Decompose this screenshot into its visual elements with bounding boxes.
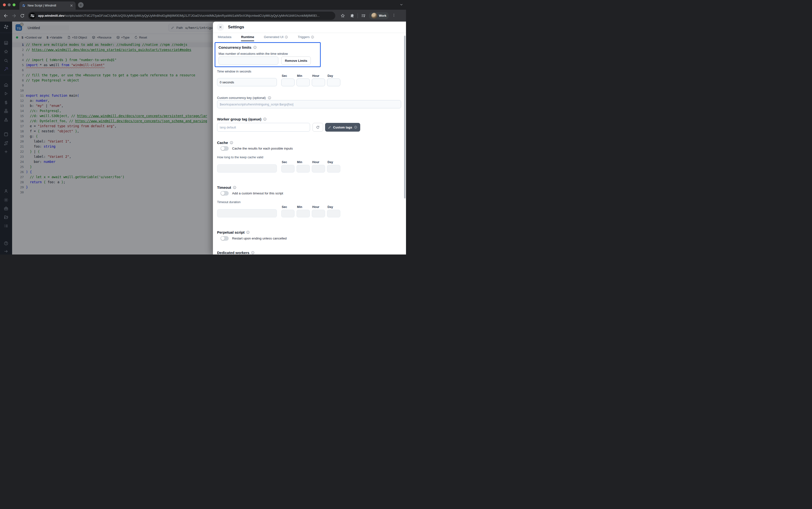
unit-label: Min: [296, 74, 310, 77]
cache-duration-label: How long to the keep cache valid: [217, 156, 263, 159]
unit-label: Day: [327, 205, 340, 209]
address-bar[interactable]: app.windmill.dev/scripts/add#JTdCJTIyaGF…: [28, 12, 335, 20]
tab-metadata[interactable]: Metadata: [218, 33, 231, 41]
custom-concurrency-key-input[interactable]: [217, 100, 401, 108]
custom-tags-button[interactable]: Custom tags: [325, 123, 360, 132]
reload-icon[interactable]: [20, 13, 25, 18]
timeout-heading: Timeout: [217, 185, 236, 190]
unit-input-hour: [312, 165, 325, 173]
timeout-duration-units: SecMinHourDay: [217, 205, 342, 217]
bookmark-star-icon[interactable]: [340, 13, 345, 18]
info-icon[interactable]: [268, 96, 271, 100]
refresh-icon: [316, 125, 320, 129]
unit-label: Hour: [312, 161, 325, 164]
minimize-window-button[interactable]: [8, 3, 11, 6]
browser-chrome: New Script | Windmill + app.windmill.dev…: [0, 0, 406, 22]
settings-tabs: MetadataRuntimeGenerated UITriggers: [213, 33, 406, 41]
tab-close-icon[interactable]: [70, 4, 73, 7]
new-tab-button[interactable]: +: [78, 2, 83, 8]
site-settings-icon[interactable]: [29, 12, 36, 19]
timeout-duration-label: Timeout duration: [217, 200, 241, 204]
profile-label: Work: [379, 14, 386, 18]
tab-strip: New Script | Windmill +: [0, 0, 406, 10]
url-path: /scripts/add#JTdCJTIyaGFzaCUyMiUzQSUyMiU…: [65, 14, 320, 18]
tab-runtime[interactable]: Runtime: [241, 33, 254, 41]
info-icon[interactable]: [253, 45, 257, 49]
concurrency-heading: Concurrency limits: [219, 45, 257, 49]
info-icon: [285, 35, 288, 39]
tab-generated-ui[interactable]: Generated UI: [264, 33, 288, 41]
unit-input-hour[interactable]: [312, 78, 325, 86]
perpetual-toggle[interactable]: [220, 236, 229, 241]
unit-label: Sec: [281, 161, 295, 164]
refresh-tags-button[interactable]: [312, 123, 323, 132]
perpetual-heading: Perpetual script: [217, 230, 250, 234]
unit-input-sec[interactable]: [281, 78, 295, 86]
media-controls-icon[interactable]: [361, 13, 366, 18]
max-executions-input[interactable]: [219, 57, 278, 65]
extensions-icon[interactable]: [349, 13, 355, 18]
unit-input-hour: [312, 210, 325, 217]
info-icon[interactable]: [230, 141, 233, 144]
unit-label: Day: [327, 74, 340, 77]
info-icon[interactable]: [263, 117, 267, 121]
windmill-favicon: [22, 4, 26, 7]
perpetual-toggle-label: Restart upon ending unless cancelled: [232, 237, 287, 240]
browser-toolbar: app.windmill.dev/scripts/add#JTdCJTIyaGF…: [0, 10, 406, 22]
tab-search-chevron-icon[interactable]: [399, 2, 404, 7]
unit-label: Sec: [281, 74, 295, 77]
unit-input-min: [296, 210, 310, 217]
info-icon[interactable]: [251, 251, 255, 254]
menu-kebab-icon[interactable]: [392, 13, 396, 18]
duration-display-input[interactable]: [217, 78, 277, 86]
url-domain: app.windmill.dev: [38, 14, 65, 18]
time-window-units: SecMinHourDay: [217, 74, 342, 86]
tab-triggers[interactable]: Triggers: [298, 33, 314, 41]
info-icon[interactable]: [233, 186, 236, 189]
unit-input-day[interactable]: [327, 78, 340, 86]
settings-body: Concurrency limits Max number of executi…: [213, 41, 406, 254]
cache-toggle[interactable]: [220, 146, 229, 151]
time-window-label: Time window in seconds: [217, 70, 251, 73]
drawer-header: Settings: [213, 22, 406, 33]
remove-limits-button[interactable]: Remove Limits: [281, 57, 311, 65]
unit-label: Min: [296, 161, 310, 164]
browser-tab[interactable]: New Script | Windmill: [20, 1, 76, 10]
max-executions-label: Max number of executions within the time…: [219, 52, 288, 56]
cache-heading: Cache: [217, 141, 233, 145]
divider: [358, 13, 358, 18]
unit-input-min: [296, 165, 310, 173]
timeout-toggle-label: Add a custom timeout for this script: [232, 192, 283, 195]
tab-title: New Script | Windmill: [28, 4, 70, 7]
close-window-button[interactable]: [3, 3, 6, 6]
unit-label: Hour: [312, 74, 325, 77]
close-settings-button[interactable]: [217, 24, 224, 31]
worker-group-tag-input[interactable]: [217, 123, 310, 132]
screen: New Script | Windmill + app.windmill.dev…: [0, 0, 406, 254]
unit-input-min[interactable]: [296, 78, 310, 86]
unit-input-day: [327, 210, 340, 217]
dedicated-workers-heading: Dedicated workers: [217, 250, 255, 254]
duration-display-input: [217, 164, 277, 173]
profile-button[interactable]: Work: [369, 12, 389, 20]
drawer-scrollbar-thumb[interactable]: [404, 36, 406, 199]
zoom-window-button[interactable]: [12, 3, 15, 6]
cache-duration-units: SecMinHourDay: [217, 161, 342, 173]
info-icon[interactable]: [246, 231, 250, 234]
pencil-icon: [328, 126, 331, 129]
unit-label: Sec: [281, 205, 295, 209]
settings-drawer: Settings MetadataRuntimeGenerated UITrig…: [213, 22, 406, 254]
info-icon: [311, 35, 314, 39]
unit-label: Min: [296, 205, 310, 209]
unit-label: Hour: [312, 205, 325, 209]
worker-group-heading: Worker group tag (queue): [217, 117, 267, 121]
info-icon: [354, 126, 357, 129]
timeout-toggle[interactable]: [220, 191, 229, 196]
close-icon: [219, 26, 222, 29]
unit-input-sec: [281, 210, 295, 217]
duration-display-input: [217, 209, 277, 217]
back-icon[interactable]: [3, 13, 8, 18]
unit-label: Day: [327, 161, 340, 164]
concurrency-limits-box: Concurrency limits Max number of executi…: [215, 42, 321, 67]
forward-icon[interactable]: [12, 13, 16, 18]
